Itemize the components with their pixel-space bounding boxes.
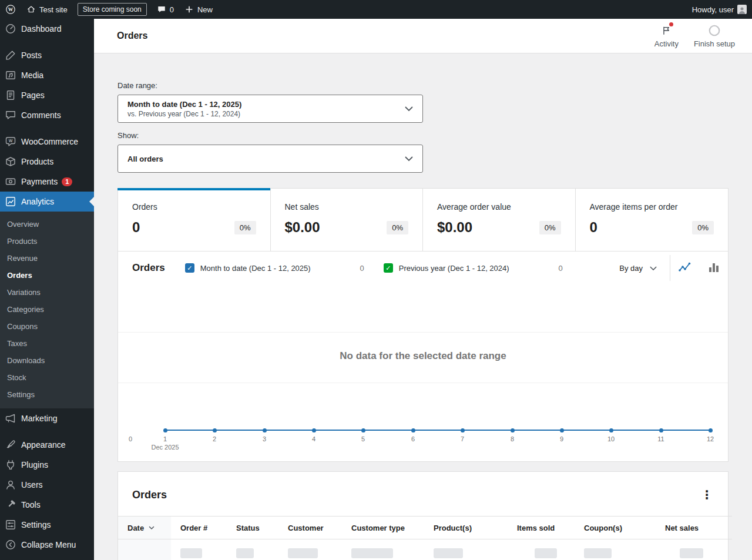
comments-menu[interactable]: 0 xyxy=(152,0,179,19)
admin-sidebar: Dashboard Posts Media Pages Comments W W… xyxy=(0,19,94,560)
summary-card-orders[interactable]: Orders 0 0% xyxy=(118,189,271,251)
data-point xyxy=(560,428,564,432)
sidebar-item-posts[interactable]: Posts xyxy=(0,45,94,65)
data-point xyxy=(163,428,167,432)
sidebar-subitem-revenue[interactable]: Revenue xyxy=(0,250,94,267)
sidebar-item-pages[interactable]: Pages xyxy=(0,85,94,105)
column-header-customer-type[interactable]: Customer type xyxy=(342,517,424,539)
column-header-date[interactable]: Date xyxy=(118,517,171,539)
bar-chart-toggle[interactable] xyxy=(699,252,728,284)
pushpin-icon xyxy=(5,49,16,61)
sidebar-item-settings[interactable]: Settings xyxy=(0,515,94,535)
delta-badge: 0% xyxy=(692,221,714,234)
x-axis-tick: 8 xyxy=(511,435,514,442)
sidebar-item-payments[interactable]: Payments 1 xyxy=(0,172,94,192)
legend-current-period[interactable]: ✓ Month to date (Dec 1 - 12, 2025) 0 xyxy=(185,263,364,273)
x-axis-tick: 12 xyxy=(707,435,714,442)
sidebar-subitem-stock[interactable]: Stock xyxy=(0,369,94,386)
sidebar-item-marketing[interactable]: Marketing xyxy=(0,408,94,428)
sidebar-item-products[interactable]: Products xyxy=(0,152,94,172)
product-box-icon xyxy=(5,156,16,167)
sidebar-subitem-variations[interactable]: Variations xyxy=(0,284,94,301)
checkbox-checked-icon[interactable]: ✓ xyxy=(185,263,194,273)
x-axis-tick: 5 xyxy=(361,435,365,442)
sidebar-subitem-coupons[interactable]: Coupons xyxy=(0,318,94,335)
sidebar-item-users[interactable]: Users xyxy=(0,475,94,495)
x-axis-tick: 11 xyxy=(657,435,664,442)
line-chart-icon xyxy=(678,260,692,276)
orders-table: Date Order # Status Customer Customer ty… xyxy=(118,516,732,560)
sidebar-subitem-settings[interactable]: Settings xyxy=(0,386,94,403)
sidebar-item-woocommerce[interactable]: W WooCommerce xyxy=(0,132,94,152)
data-point xyxy=(659,428,663,432)
column-header-products[interactable]: Product(s) xyxy=(424,517,508,539)
x-axis-tick: 2 xyxy=(213,435,216,442)
legend-previous-period[interactable]: ✓ Previous year (Dec 1 - 12, 2024) 0 xyxy=(384,263,563,273)
coming-soon-badge[interactable]: Store coming soon xyxy=(78,3,147,16)
loading-placeholder xyxy=(288,548,318,558)
sidebar-item-plugins[interactable]: Plugins xyxy=(0,455,94,475)
header-actions: Activity Finish setup xyxy=(647,24,743,48)
column-header-coupons[interactable]: Coupon(s) xyxy=(575,517,656,539)
column-header-items-sold[interactable]: Items sold xyxy=(508,517,575,539)
summary-cards: Orders 0 0% Net sales $0.00 0% Average o… xyxy=(118,188,728,252)
hammer-tools-icon xyxy=(5,499,16,511)
sidebar-subitem-products[interactable]: Products xyxy=(0,233,94,250)
loading-placeholder xyxy=(584,548,612,558)
table-header-row: Date Order # Status Customer Customer ty… xyxy=(118,517,732,539)
collapse-menu-button[interactable]: Collapse Menu xyxy=(0,535,94,555)
column-header-order-number[interactable]: Order # xyxy=(171,517,227,539)
summary-card-average-items[interactable]: Average items per order 0 0% xyxy=(576,189,728,251)
finish-setup-button[interactable]: Finish setup xyxy=(686,24,743,48)
chart-title: Orders xyxy=(132,262,165,274)
howdy-text: Howdy, user xyxy=(692,5,734,14)
column-header-net-sales[interactable]: Net sales xyxy=(656,517,732,539)
sidebar-item-tools[interactable]: Tools xyxy=(0,495,94,515)
checkbox-checked-icon[interactable]: ✓ xyxy=(384,263,393,273)
wp-logo-menu[interactable]: W xyxy=(0,0,21,19)
x-axis-tick: 10 xyxy=(607,435,615,442)
average-order-value: $0.00 xyxy=(437,219,472,236)
column-header-customer[interactable]: Customer xyxy=(278,517,342,539)
kebab-menu-icon[interactable]: ⋮ xyxy=(700,488,714,502)
new-menu[interactable]: New xyxy=(179,0,218,19)
sidebar-subitem-overview[interactable]: Overview xyxy=(0,216,94,233)
content-area: Orders Activity Finish setup Date range:… xyxy=(94,0,752,560)
data-point xyxy=(609,428,613,432)
show-value: All orders xyxy=(127,155,163,163)
sidebar-subitem-taxes[interactable]: Taxes xyxy=(0,335,94,352)
plus-icon xyxy=(184,5,194,14)
summary-card-average-order-value[interactable]: Average order value $0.00 0% xyxy=(423,189,576,251)
data-point xyxy=(709,428,713,432)
interval-select[interactable]: By day xyxy=(612,264,670,273)
sidebar-item-dashboard[interactable]: Dashboard xyxy=(0,19,94,39)
loading-placeholder xyxy=(180,548,202,558)
summary-card-net-sales[interactable]: Net sales $0.00 0% xyxy=(271,189,424,251)
table-row-loading xyxy=(118,539,732,560)
dashboard-icon xyxy=(5,23,16,35)
sidebar-subitem-downloads[interactable]: Downloads xyxy=(0,352,94,369)
sidebar-item-media[interactable]: Media xyxy=(0,65,94,85)
chevron-down-icon xyxy=(405,153,413,164)
comments-count: 0 xyxy=(170,5,174,14)
site-name-menu[interactable]: Test site xyxy=(21,0,73,19)
x-axis-tick: 7 xyxy=(461,435,464,442)
sidebar-item-appearance[interactable]: Appearance xyxy=(0,435,94,455)
sidebar-item-comments[interactable]: Comments xyxy=(0,105,94,125)
new-label: New xyxy=(197,5,213,14)
sidebar-subitem-orders[interactable]: Orders xyxy=(0,267,94,284)
date-range-select[interactable]: Month to date (Dec 1 - 12, 2025) vs. Pre… xyxy=(118,95,423,123)
line-chart-toggle[interactable] xyxy=(670,252,699,284)
show-label: Show: xyxy=(118,131,728,140)
column-header-status[interactable]: Status xyxy=(227,517,278,539)
loading-placeholder xyxy=(434,548,463,558)
svg-text:W: W xyxy=(9,139,13,143)
sidebar-item-analytics[interactable]: Analytics xyxy=(0,192,94,212)
comments-icon xyxy=(5,109,16,121)
activity-button[interactable]: Activity xyxy=(647,24,686,48)
show-select[interactable]: All orders xyxy=(118,145,423,173)
account-menu[interactable]: Howdy, user xyxy=(687,0,752,19)
svg-text:W: W xyxy=(8,6,14,12)
sidebar-subitem-categories[interactable]: Categories xyxy=(0,301,94,318)
x-axis-tick: 6 xyxy=(411,435,415,442)
